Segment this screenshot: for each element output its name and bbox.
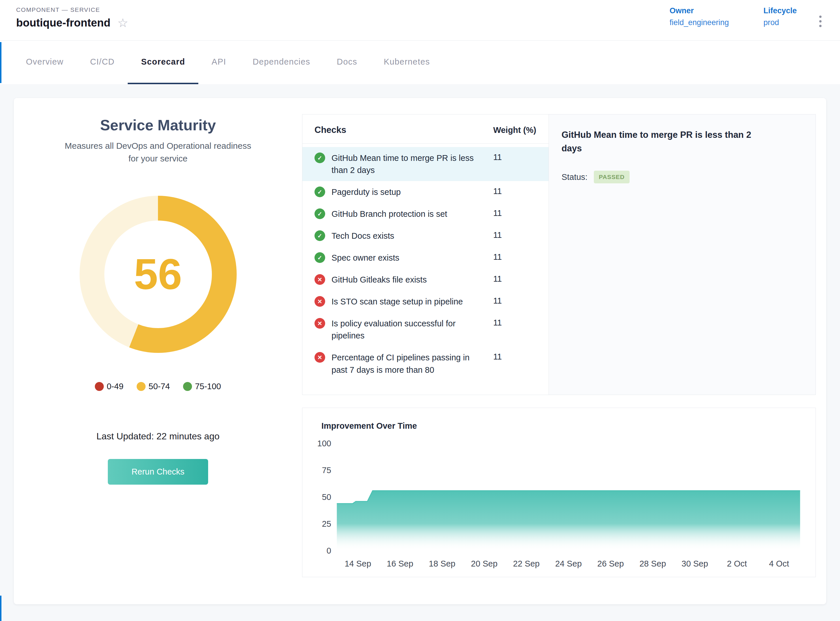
check-weight: 11 <box>493 295 536 306</box>
check-row[interactable]: GitHub Branch protection is set 11 <box>303 203 549 225</box>
owner-block: Owner field_engineering <box>670 6 729 27</box>
check-weight: 11 <box>493 230 536 240</box>
check-label: Spec owner exists <box>331 252 493 264</box>
check-detail-title: GitHub Mean time to merge PR is less tha… <box>562 128 758 155</box>
svg-text:0: 0 <box>327 546 331 555</box>
svg-text:4 Oct: 4 Oct <box>769 559 789 568</box>
owner-value[interactable]: field_engineering <box>670 18 729 27</box>
check-rows: GitHub Mean time to merge PR is less tha… <box>303 144 549 381</box>
maturity-subtitle: Measures all DevOps and Operational read… <box>64 139 252 165</box>
legend-dot-red <box>95 382 104 391</box>
left-edge-accent-top <box>0 42 2 83</box>
checks-panel: Checks Weight (%) GitHub Mean time to me… <box>303 114 549 395</box>
maturity-title: Service Maturity <box>14 117 302 134</box>
check-label: Is STO scan stage setup in pipeline <box>331 295 493 307</box>
svg-text:25: 25 <box>322 519 331 528</box>
lifecycle-value: prod <box>763 18 797 27</box>
check-failed-icon <box>315 318 325 329</box>
status-badge: PASSED <box>594 171 630 183</box>
page-title: boutique-frontend <box>16 17 110 29</box>
check-label: GitHub Gitleaks file exists <box>331 274 493 286</box>
trend-title: Improvement Over Time <box>321 421 806 431</box>
legend-label: 0-49 <box>107 382 123 391</box>
content-area: Service Maturity Measures all DevOps and… <box>0 84 840 621</box>
tab-bar: Overview CI/CD Scorecard API Dependencie… <box>0 41 840 84</box>
svg-text:28 Sep: 28 Sep <box>639 559 666 568</box>
legend-label: 50-74 <box>148 382 170 391</box>
check-passed-icon <box>315 209 325 219</box>
check-passed-icon <box>315 153 325 163</box>
svg-text:100: 100 <box>317 439 331 448</box>
svg-text:26 Sep: 26 Sep <box>597 559 624 568</box>
legend-item: 50-74 <box>137 382 170 391</box>
trend-panel: Improvement Over Time 100755025014 Sep16… <box>302 407 816 577</box>
check-weight: 11 <box>493 274 536 284</box>
svg-text:24 Sep: 24 Sep <box>555 559 582 568</box>
check-row[interactable]: Pagerduty is setup 11 <box>303 181 549 203</box>
check-passed-icon <box>315 186 325 197</box>
check-weight: 11 <box>493 252 536 262</box>
maturity-panel: Service Maturity Measures all DevOps and… <box>14 98 302 604</box>
status-label: Status: <box>562 173 587 182</box>
svg-text:18 Sep: 18 Sep <box>429 559 456 568</box>
lifecycle-block: Lifecycle prod <box>763 6 797 27</box>
legend-label: 75-100 <box>195 382 221 391</box>
check-detail-panel: GitHub Mean time to merge PR is less tha… <box>549 114 816 395</box>
check-row[interactable]: Percentage of CI pipelines passing in pa… <box>303 347 549 380</box>
check-row[interactable]: Spec owner exists 11 <box>303 247 549 269</box>
tab-docs[interactable]: Docs <box>324 41 371 84</box>
check-weight: 11 <box>493 152 536 162</box>
scorecard-card: Service Maturity Measures all DevOps and… <box>14 98 826 604</box>
tab-dependencies[interactable]: Dependencies <box>239 41 324 84</box>
check-row[interactable]: Is STO scan stage setup in pipeline 11 <box>303 291 549 312</box>
check-weight: 11 <box>493 317 536 327</box>
check-row[interactable]: Is policy evaluation successful for pipe… <box>303 312 549 347</box>
svg-text:50: 50 <box>322 492 331 501</box>
score-legend: 0-49 50-74 75-100 <box>14 382 302 391</box>
check-weight: 11 <box>493 351 536 362</box>
last-updated-text: Last Updated: 22 minutes ago <box>14 431 302 442</box>
favorite-star-icon[interactable]: ☆ <box>117 17 128 29</box>
header: COMPONENT — SERVICE boutique-frontend ☆ … <box>0 0 840 41</box>
check-failed-icon <box>315 274 325 285</box>
tab-cicd[interactable]: CI/CD <box>77 41 128 84</box>
tab-kubernetes[interactable]: Kubernetes <box>371 41 443 84</box>
check-row[interactable]: Tech Docs exists 11 <box>303 225 549 247</box>
kebab-menu-icon[interactable] <box>817 14 823 29</box>
svg-text:16 Sep: 16 Sep <box>387 559 413 568</box>
checks-title: Checks <box>315 125 346 135</box>
svg-text:75: 75 <box>322 466 331 475</box>
left-edge-accent-bottom <box>0 596 2 621</box>
check-failed-icon <box>315 352 325 363</box>
legend-item: 0-49 <box>95 382 123 391</box>
check-label: Tech Docs exists <box>331 230 493 242</box>
check-weight: 11 <box>493 186 536 196</box>
legend-item: 75-100 <box>183 382 221 391</box>
maturity-gauge: 56 <box>80 196 237 353</box>
check-weight: 11 <box>493 208 536 218</box>
lifecycle-label: Lifecycle <box>763 6 797 15</box>
check-label: GitHub Mean time to merge PR is less tha… <box>331 152 493 176</box>
rerun-checks-button[interactable]: Rerun Checks <box>108 459 208 485</box>
checks-detail-panel: Checks Weight (%) GitHub Mean time to me… <box>302 114 816 395</box>
owner-label: Owner <box>670 6 729 15</box>
svg-text:2 Oct: 2 Oct <box>727 559 747 568</box>
check-failed-icon <box>315 296 325 307</box>
check-label: Pagerduty is setup <box>331 186 493 198</box>
maturity-score: 56 <box>80 196 237 353</box>
svg-text:14 Sep: 14 Sep <box>345 559 371 568</box>
check-label: Is policy evaluation successful for pipe… <box>331 317 493 342</box>
tab-scorecard[interactable]: Scorecard <box>128 41 198 84</box>
check-label: GitHub Branch protection is set <box>331 208 493 220</box>
check-row[interactable]: GitHub Mean time to merge PR is less tha… <box>303 147 549 181</box>
tab-api[interactable]: API <box>198 41 239 84</box>
legend-dot-yellow <box>137 382 145 391</box>
check-row[interactable]: GitHub Gitleaks file exists 11 <box>303 269 549 291</box>
svg-text:20 Sep: 20 Sep <box>471 559 498 568</box>
tab-overview[interactable]: Overview <box>13 41 77 84</box>
svg-text:30 Sep: 30 Sep <box>681 559 708 568</box>
svg-text:22 Sep: 22 Sep <box>513 559 540 568</box>
legend-dot-green <box>183 382 192 391</box>
check-passed-icon <box>315 230 325 241</box>
checks-area: Checks Weight (%) GitHub Mean time to me… <box>302 98 826 604</box>
